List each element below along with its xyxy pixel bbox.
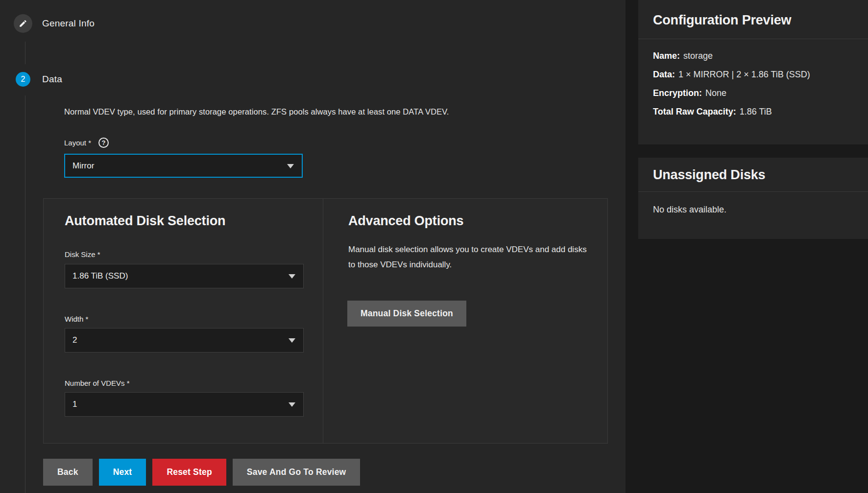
disk-selection-panel: Automated Disk Selection Disk Size * 1.8… <box>43 198 608 444</box>
configuration-preview-rows: Name:storage Data:1 × MIRROR | 2 × 1.86 … <box>638 39 868 117</box>
preview-label: Encryption: <box>653 88 702 98</box>
width-select-value: 2 <box>65 335 77 345</box>
preview-label: Data: <box>653 70 675 79</box>
width-label: Width * <box>65 315 88 323</box>
help-icon[interactable]: ? <box>98 138 109 148</box>
save-and-go-to-review-button[interactable]: Save And Go To Review <box>233 459 361 486</box>
unassigned-disks-title: Unassigned Disks <box>638 158 868 192</box>
chevron-down-icon <box>289 274 295 279</box>
vdev-description-text: Normal VDEV type, used for primary stora… <box>64 107 449 117</box>
wizard-step-actions: Back Next Reset Step Save And Go To Revi… <box>43 459 360 486</box>
layout-field-label-row: Layout * ? <box>64 138 109 148</box>
disk-size-label: Disk Size * <box>65 250 100 258</box>
number-of-vdevs-select[interactable]: 1 <box>65 392 304 417</box>
unassigned-disks-panel: Unassigned Disks No disks available. <box>638 158 868 239</box>
stepper-connector-line <box>25 95 25 493</box>
width-select[interactable]: 2 <box>65 328 304 352</box>
edit-step-indicator[interactable] <box>14 14 32 33</box>
preview-value: storage <box>683 51 713 61</box>
advanced-options-description: Manual disk selection allows you to crea… <box>348 242 589 272</box>
chevron-down-icon <box>287 164 294 168</box>
automated-disk-selection-section: Automated Disk Selection Disk Size * 1.8… <box>44 199 323 443</box>
layout-select[interactable]: Mirror <box>64 154 303 178</box>
preview-row-total-raw-capacity: Total Raw Capacity:1.86 TiB <box>653 107 853 117</box>
step-label-general-info[interactable]: General Info <box>42 18 95 29</box>
layout-select-value: Mirror <box>65 161 94 171</box>
right-sidebar: Configuration Preview Name:storage Data:… <box>626 0 868 493</box>
sidebar-panel-gap <box>638 144 868 158</box>
preview-label: Name: <box>653 51 680 61</box>
back-button[interactable]: Back <box>43 459 93 486</box>
disk-size-select-value: 1.86 TiB (SSD) <box>65 271 128 281</box>
configuration-preview-title: Configuration Preview <box>638 0 868 39</box>
configuration-preview-panel: Configuration Preview Name:storage Data:… <box>638 0 868 144</box>
pool-creation-wizard: General Info 2 Data Normal VDEV type, us… <box>0 0 868 493</box>
unassigned-disks-empty-message: No disks available. <box>638 192 868 215</box>
step-number-indicator[interactable]: 2 <box>16 72 30 87</box>
automated-disk-selection-title: Automated Disk Selection <box>65 213 225 229</box>
preview-value: 1 × MIRROR | 2 × 1.86 TiB (SSD) <box>678 70 810 79</box>
advanced-options-title: Advanced Options <box>348 213 463 229</box>
manual-disk-selection-button[interactable]: Manual Disk Selection <box>347 301 466 327</box>
preview-value: None <box>705 88 726 98</box>
number-of-vdevs-select-value: 1 <box>65 399 77 409</box>
preview-label: Total Raw Capacity: <box>653 107 736 117</box>
number-of-vdevs-label: Number of VDEVs * <box>65 379 130 387</box>
preview-value: 1.86 TiB <box>740 107 772 117</box>
preview-row-encryption: Encryption:None <box>653 88 853 98</box>
stepper-connector-line <box>25 42 25 64</box>
disk-size-select[interactable]: 1.86 TiB (SSD) <box>65 264 304 288</box>
chevron-down-icon <box>289 338 295 343</box>
wizard-main-area: General Info 2 Data Normal VDEV type, us… <box>0 0 626 493</box>
pencil-icon <box>19 19 27 28</box>
step-label-data[interactable]: Data <box>42 74 62 85</box>
layout-field-label: Layout * <box>64 139 91 147</box>
step-data[interactable]: 2 Data <box>16 72 62 87</box>
preview-row-name: Name:storage <box>653 51 853 61</box>
next-button[interactable]: Next <box>99 459 146 486</box>
preview-row-data: Data:1 × MIRROR | 2 × 1.86 TiB (SSD) <box>653 70 853 80</box>
advanced-options-section: Advanced Options Manual disk selection a… <box>323 199 607 443</box>
step-general-info[interactable]: General Info <box>14 14 95 33</box>
reset-step-button[interactable]: Reset Step <box>152 459 226 486</box>
step-number: 2 <box>21 75 25 84</box>
chevron-down-icon <box>289 402 295 407</box>
